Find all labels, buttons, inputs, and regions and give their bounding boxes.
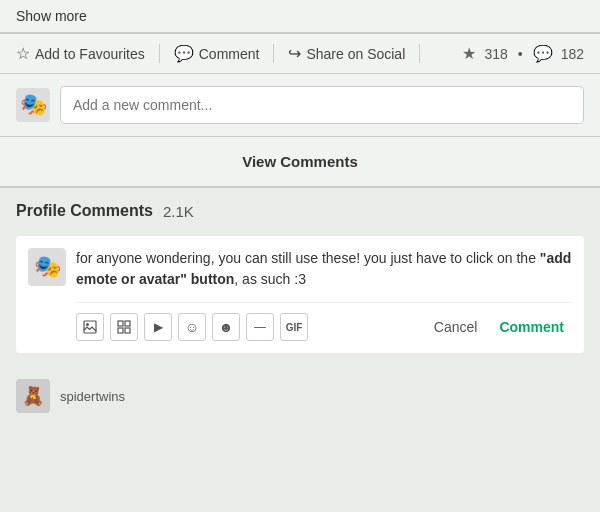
commenter-avatar: 🎭 xyxy=(28,248,66,286)
comment-section: 🎭 for anyone wondering, you can still us… xyxy=(0,230,600,369)
insert-video-icon[interactable]: ▶ xyxy=(144,313,172,341)
svg-rect-0 xyxy=(84,321,96,333)
insert-divider-icon[interactable]: — xyxy=(246,313,274,341)
play-icon: ▶ xyxy=(154,320,163,334)
comment-text: for anyone wondering, you can still use … xyxy=(76,248,572,290)
svg-rect-3 xyxy=(125,321,130,326)
comment-input-field[interactable] xyxy=(60,86,584,124)
profile-comments-title: Profile Comments xyxy=(16,202,153,220)
action-bar: ☆ Add to Favourites 💬 Comment ↪ Share on… xyxy=(0,33,600,74)
comment-button[interactable]: 💬 Comment xyxy=(160,44,275,63)
next-commenter-username: spidertwins xyxy=(60,389,125,404)
comment-text-part1: for anyone wondering, you can still use … xyxy=(76,250,540,266)
profile-comments-count: 2.1K xyxy=(163,203,194,220)
stats-section: ★ 318 • 💬 182 xyxy=(448,44,584,63)
comment-body: for anyone wondering, you can still use … xyxy=(76,248,572,341)
comment-text-part2: , as such :3 xyxy=(234,271,306,287)
insert-image-icon[interactable] xyxy=(76,313,104,341)
comments-count: 182 xyxy=(561,46,584,62)
sticker-icon: ☻ xyxy=(219,319,234,335)
cancel-button[interactable]: Cancel xyxy=(426,315,486,339)
svg-rect-4 xyxy=(118,328,123,333)
stars-count: 318 xyxy=(484,46,507,62)
insert-sticker-icon[interactable]: ☻ xyxy=(212,313,240,341)
next-commenter-avatar: 🧸 xyxy=(16,379,50,413)
add-to-favourites-button[interactable]: ☆ Add to Favourites xyxy=(16,44,160,63)
share-button[interactable]: ↪ Share on Social xyxy=(274,44,420,63)
insert-gif-icon[interactable]: GIF xyxy=(280,313,308,341)
profile-comments-header: Profile Comments 2.1K xyxy=(0,188,600,230)
share-label: Share on Social xyxy=(306,46,405,62)
gif-icon: GIF xyxy=(286,322,303,333)
submit-comment-button[interactable]: Comment xyxy=(491,315,572,339)
show-more-link[interactable]: Show more xyxy=(16,8,87,24)
comment-input-area: 🎭 xyxy=(0,74,600,137)
view-comments-bar: View Comments xyxy=(0,137,600,188)
comment-toolbar: ▶ ☺ ☻ — GIF Cancel Comment xyxy=(76,302,572,341)
dot-separator: • xyxy=(518,46,523,62)
avatar-image: 🎭 xyxy=(20,92,47,118)
next-avatar-emoji: 🧸 xyxy=(22,385,44,407)
svg-point-1 xyxy=(86,323,89,326)
stats-comment-icon: 💬 xyxy=(533,44,553,63)
insert-image2-icon[interactable] xyxy=(110,313,138,341)
show-more-bar: Show more xyxy=(0,0,600,33)
comment-icon: 💬 xyxy=(174,44,194,63)
svg-rect-5 xyxy=(125,328,130,333)
comment-card: 🎭 for anyone wondering, you can still us… xyxy=(16,236,584,353)
next-comment-preview: 🧸 spidertwins xyxy=(0,369,600,413)
avatar-emoji: 🎭 xyxy=(34,254,61,280)
svg-rect-2 xyxy=(118,321,123,326)
share-icon: ↪ xyxy=(288,44,301,63)
star-icon: ☆ xyxy=(16,44,30,63)
comment-label: Comment xyxy=(199,46,260,62)
user-avatar: 🎭 xyxy=(16,88,50,122)
insert-emoji-icon[interactable]: ☺ xyxy=(178,313,206,341)
add-to-favourites-label: Add to Favourites xyxy=(35,46,145,62)
view-comments-button[interactable]: View Comments xyxy=(242,153,358,170)
stats-star-icon: ★ xyxy=(462,44,476,63)
divider-icon: — xyxy=(254,320,266,334)
emoji-icon: ☺ xyxy=(185,319,199,335)
